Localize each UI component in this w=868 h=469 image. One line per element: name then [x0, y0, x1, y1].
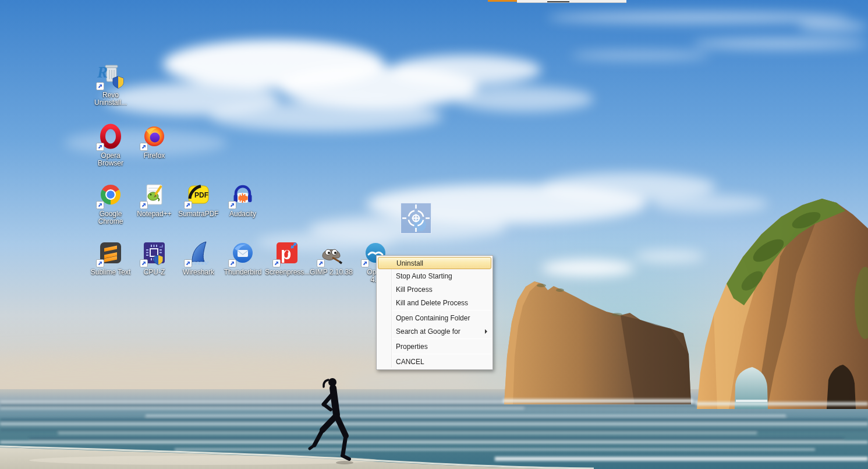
offscreen-window-grip-line	[547, 1, 569, 2]
shortcut-arrow-icon	[184, 201, 192, 209]
menu-item-stop-auto-starting[interactable]: Stop Auto Starting	[377, 269, 493, 283]
menu-item-kill-and-delete-process[interactable]: Kill and Delete Process	[377, 296, 493, 309]
shortcut-arrow-icon	[96, 82, 104, 90]
desktop-icon-screenpresso[interactable]: p Screenpress...	[265, 239, 309, 276]
offscreen-window-accent-edge[interactable]	[488, 0, 517, 2]
shortcut-arrow-icon	[184, 259, 192, 267]
desktop-icon-sublime-text[interactable]: Sublime Text	[88, 239, 133, 276]
desktop-icon-audacity[interactable]: Audacity	[221, 181, 265, 218]
icon-label: Screenpress...	[265, 269, 309, 276]
shortcut-arrow-icon	[228, 201, 236, 209]
shortcut-arrow-icon	[140, 143, 148, 151]
icon-label: Sublime Text	[88, 269, 133, 276]
hunter-context-menu: Uninstall Stop Auto Starting Kill Proces…	[376, 255, 493, 370]
shortcut-arrow-icon	[317, 259, 325, 267]
svg-text:PDF: PDF	[194, 191, 208, 199]
icon-label: Notepad++	[132, 210, 176, 218]
desktop-icon-revo-uninstaller[interactable]: R Revo Uninstall...	[88, 62, 133, 107]
shortcut-arrow-icon	[96, 143, 104, 151]
icon-label: CPU-Z	[132, 269, 176, 276]
icon-label: Opera Browser	[88, 152, 133, 167]
windows-desktop: { "context_menu": { "items": [ { "type":…	[0, 0, 868, 469]
icon-label: Wireshark	[176, 269, 221, 276]
submenu-arrow-icon	[485, 329, 487, 334]
menu-item-properties[interactable]: Properties	[377, 340, 493, 353]
shortcut-arrow-icon	[140, 259, 148, 267]
svg-text:p: p	[281, 244, 291, 263]
desktop-icon-chrome[interactable]: Google Chrome	[88, 181, 133, 225]
desktop-icon-notepad-plus-plus[interactable]: Notepad++	[132, 181, 176, 218]
shortcut-arrow-icon	[96, 201, 104, 209]
desktop-icon-gimp[interactable]: GIMP 2.10.38	[309, 239, 353, 276]
menu-item-open-containing-folder[interactable]: Open Containing Folder	[377, 311, 493, 325]
icon-label: Firefox	[132, 152, 176, 160]
shortcut-arrow-icon	[228, 259, 236, 267]
offscreen-window-top-edge[interactable]	[517, 0, 626, 3]
icon-label: Revo Uninstall...	[88, 91, 133, 107]
menu-separator	[392, 310, 491, 311]
menu-item-uninstall[interactable]: Uninstall	[378, 257, 491, 269]
shortcut-arrow-icon	[140, 201, 148, 209]
desktop-icon-cpu-z[interactable]: CPU-Z	[132, 239, 176, 276]
menu-item-cancel[interactable]: CANCEL	[377, 355, 493, 368]
shortcut-arrow-icon	[361, 259, 369, 267]
icon-label: Audacity	[221, 210, 265, 218]
desktop-icon-sumatrapdf[interactable]: PDF SumatraPDF	[176, 181, 221, 218]
icon-label: Thunderbird	[221, 269, 265, 276]
menu-separator	[392, 354, 491, 354]
desktop-icon-firefox[interactable]: Firefox	[132, 122, 176, 160]
icon-label: GIMP 2.10.38	[309, 269, 353, 276]
icon-label: Google Chrome	[88, 210, 133, 225]
desktop-icon-opera[interactable]: Opera Browser	[88, 122, 133, 167]
menu-item-search-at-google-for[interactable]: Search at Google for	[377, 325, 493, 338]
shortcut-arrow-icon	[272, 259, 281, 267]
target-crosshair-icon[interactable]	[401, 203, 431, 234]
svg-text:R: R	[97, 64, 108, 81]
desktop-icon-thunderbird[interactable]: Thunderbird	[221, 239, 265, 276]
icon-label: SumatraPDF	[176, 210, 221, 218]
shortcut-arrow-icon	[96, 259, 104, 267]
desktop-icon-wireshark[interactable]: Wireshark	[176, 239, 221, 276]
menu-separator	[392, 338, 491, 339]
menu-item-kill-process[interactable]: Kill Process	[377, 283, 493, 296]
